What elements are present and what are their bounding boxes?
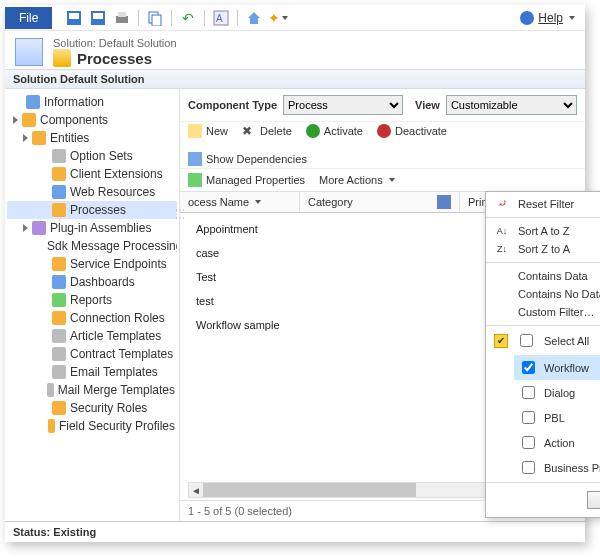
copy-icon[interactable] <box>147 10 163 26</box>
filter-option-checkbox[interactable] <box>522 461 535 474</box>
filter-option-checkbox[interactable] <box>522 411 535 424</box>
tree-node-email-templates[interactable]: Email Templates <box>7 363 177 381</box>
tree-item-icon <box>52 311 66 325</box>
tree-node-field-security-profiles[interactable]: Field Security Profiles <box>7 417 177 435</box>
svg-rect-7 <box>152 15 161 26</box>
scroll-left-arrow[interactable]: ◄ <box>189 483 203 497</box>
tree-item-icon <box>52 275 66 289</box>
tree-item-label: Entities <box>50 131 89 145</box>
managed-properties-button[interactable]: Managed Properties <box>188 173 305 187</box>
select-all-checkbox[interactable] <box>520 334 533 347</box>
tree-node-mail-merge-templates[interactable]: Mail Merge Templates <box>7 381 177 399</box>
component-type-label: Component Type <box>188 99 277 111</box>
help-icon <box>520 11 534 25</box>
filter-option-checkbox[interactable] <box>522 436 535 449</box>
filter-option-workflow[interactable]: Workflow <box>514 355 600 380</box>
sort-arrow-icon <box>255 200 261 204</box>
expand-icon <box>39 260 48 269</box>
help-menu[interactable]: Help <box>520 11 575 25</box>
tree-item-label: Client Extensions <box>70 167 163 181</box>
scrollbar-thumb[interactable] <box>203 483 416 497</box>
contains-no-data-item[interactable]: Contains No Data <box>486 285 600 303</box>
dependencies-icon <box>188 152 202 166</box>
tree-item-label: Service Endpoints <box>70 257 167 271</box>
tree-node-contract-templates[interactable]: Contract Templates <box>7 345 177 363</box>
sort-az-item[interactable]: A↓Sort A to Z <box>486 222 600 240</box>
expand-icon[interactable] <box>23 134 28 142</box>
delete-button[interactable]: Delete <box>242 124 292 138</box>
filter-option-label: Business Process Flow <box>544 462 600 474</box>
view-label: View <box>415 99 440 111</box>
sort-za-icon: Z↓ <box>494 244 510 254</box>
tree-item-icon <box>52 293 66 307</box>
expand-icon <box>39 332 48 341</box>
tree-node-client-extensions[interactable]: Client Extensions <box>7 165 177 183</box>
filter-icon[interactable] <box>437 195 451 209</box>
tree-item-label: Option Sets <box>70 149 133 163</box>
sort-za-item[interactable]: Z↓Sort Z to A <box>486 240 600 258</box>
tree-item-icon <box>52 203 66 217</box>
view-select[interactable]: Customizable <box>446 95 577 115</box>
contains-data-item[interactable]: Contains Data <box>486 267 600 285</box>
translate-icon[interactable]: A <box>213 10 229 26</box>
save-exit-icon[interactable] <box>66 10 82 26</box>
tree-node-processes[interactable]: Processes <box>7 201 177 219</box>
tree-node-dashboards[interactable]: Dashboards <box>7 273 177 291</box>
splitter-grip[interactable]: ⋮⋮ <box>180 205 186 221</box>
tree-node-plug-in-assemblies[interactable]: Plug-in Assemblies <box>7 219 177 237</box>
expand-icon <box>39 386 43 395</box>
expand-icon <box>39 350 48 359</box>
show-dependencies-button[interactable]: Show Dependencies <box>188 152 307 166</box>
tree-node-components[interactable]: Components <box>7 111 177 129</box>
tree-item-label: Information <box>44 95 104 109</box>
component-type-select[interactable]: Process <box>283 95 403 115</box>
filter-option-dialog[interactable]: Dialog <box>514 380 600 405</box>
tree-node-sdk-message-processing-s-[interactable]: Sdk Message Processing S… <box>7 237 177 255</box>
svg-rect-3 <box>93 13 103 19</box>
save-icon[interactable] <box>90 10 106 26</box>
tree-item-label: Dashboards <box>70 275 135 289</box>
expand-icon <box>39 278 48 287</box>
expand-icon <box>39 422 44 431</box>
tree-node-reports[interactable]: Reports <box>7 291 177 309</box>
column-process-name[interactable]: ocess Name <box>180 192 300 212</box>
filter-option-action[interactable]: Action <box>514 430 600 455</box>
file-tab[interactable]: File <box>5 7 52 29</box>
undo-icon[interactable]: ↶ <box>180 10 196 26</box>
expand-icon[interactable] <box>23 224 28 232</box>
tree-item-label: Processes <box>70 203 126 217</box>
tree-node-information[interactable]: Information <box>7 93 177 111</box>
select-all-row[interactable]: ✔ Select All <box>486 328 600 353</box>
tree-item-icon <box>52 347 66 361</box>
new-button[interactable]: New <box>188 124 228 138</box>
tree-node-security-roles[interactable]: Security Roles <box>7 399 177 417</box>
tree-node-service-endpoints[interactable]: Service Endpoints <box>7 255 177 273</box>
print-icon[interactable] <box>114 10 130 26</box>
filter-option-business-process-flow[interactable]: Business Process Flow <box>514 455 600 480</box>
custom-filter-item[interactable]: Custom Filter… <box>486 303 600 321</box>
tree-item-icon <box>47 383 54 397</box>
filter-option-pbl[interactable]: PBL <box>514 405 600 430</box>
tree-node-entities[interactable]: Entities <box>7 129 177 147</box>
filter-option-label: Workflow <box>544 362 589 374</box>
filter-option-checkbox[interactable] <box>522 361 535 374</box>
theme-icon[interactable]: ✦ <box>270 10 286 26</box>
deactivate-button[interactable]: Deactivate <box>377 124 447 138</box>
tree-node-article-templates[interactable]: Article Templates <box>7 327 177 345</box>
svg-marker-10 <box>248 12 260 24</box>
tree-node-connection-roles[interactable]: Connection Roles <box>7 309 177 327</box>
filter-option-checkbox[interactable] <box>522 386 535 399</box>
expand-icon <box>39 368 48 377</box>
svg-text:A: A <box>216 13 223 24</box>
expand-icon[interactable] <box>13 116 18 124</box>
more-actions-menu[interactable]: More Actions <box>319 174 395 186</box>
select-all-toggle-icon: ✔ <box>494 334 508 348</box>
column-category[interactable]: Category <box>300 192 460 212</box>
tree-node-option-sets[interactable]: Option Sets <box>7 147 177 165</box>
home-icon[interactable] <box>246 10 262 26</box>
ok-button[interactable]: OK <box>587 491 600 509</box>
expand-icon <box>39 314 48 323</box>
reset-filter-item[interactable]: ⤾Reset Filter <box>486 194 600 213</box>
tree-node-web-resources[interactable]: Web Resources <box>7 183 177 201</box>
activate-button[interactable]: Activate <box>306 124 363 138</box>
